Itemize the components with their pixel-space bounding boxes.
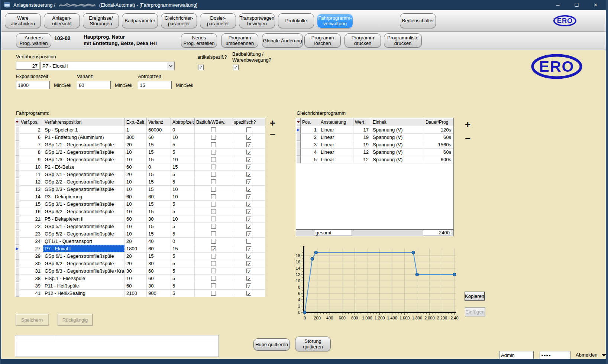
cell-verfpos[interactable]: 22 [19,223,43,230]
cell-einheit[interactable]: Spannung (V) [371,149,424,156]
cell-expzeit[interactable]: 10 [125,178,147,186]
row-selector[interactable] [15,253,19,260]
cell-abtropfzeit[interactable]: 0 [171,126,195,134]
bedienschalter-button[interactable]: Bedienschalter [400,13,436,28]
close-button[interactable]: ✕ [594,2,598,8]
fahrprogramm-row[interactable]: 29 GSp 6/1 - Gegenstromfließspüle 20 15 … [15,253,265,260]
programm-drucken-button[interactable]: Programm drucken [345,33,381,48]
minimize-button[interactable]: ─ [556,2,559,8]
badluft-checkbox[interactable] [211,231,216,236]
cell-abtropfzeit[interactable]: 5 [171,201,195,208]
cell-name[interactable]: P12 - Heiß-Sealing [43,290,125,297]
maximize-button[interactable]: ☐ [574,2,579,8]
cell-einheit[interactable]: Spannung (V) [371,134,424,141]
badluft-checkbox[interactable] [211,246,216,251]
badluft-checkbox[interactable] [211,217,216,221]
cell-abtropfzeit[interactable]: 5 [171,275,195,282]
cell-abtropfzeit[interactable]: 15 [171,163,195,171]
badluft-checkbox[interactable] [211,261,216,266]
cell-varianz[interactable]: 15 [147,171,171,178]
cell-abtropfzeit[interactable]: 5 [171,267,195,275]
cell-expzeit[interactable]: 30 [125,267,147,275]
row-selector[interactable] [15,126,19,134]
spezifisch-checkbox[interactable] [246,209,251,214]
spezifisch-checkbox[interactable] [246,127,251,132]
fahrprogramm-row[interactable]: 41 P12 - Heiß-Sealing 2100 900 5 [15,290,265,297]
cell-varianz[interactable]: 30 [147,260,171,267]
cell-name[interactable]: GSp 1/2 - Gegenstromfließspüle [43,149,125,156]
cell-abtropfzeit[interactable]: 5 [171,290,195,297]
spezifisch-checkbox[interactable] [246,269,251,273]
spezifisch-checkbox[interactable] [246,276,251,281]
cell-varianz[interactable]: 60 [147,267,171,275]
cell-pos[interactable]: 3 [301,141,319,149]
cell-expzeit[interactable]: 10 [125,230,147,238]
cell-expzeit[interactable]: 20 [125,141,147,149]
cell-varianz[interactable]: 15 [147,253,171,260]
spezifisch-checkbox[interactable] [246,142,251,147]
cell-abtropfzeit[interactable]: 5 [171,208,195,215]
gleichrichter-row[interactable]: 1 Linear 17 Spannung (V) 120s [296,126,453,134]
cell-expzeit[interactable]: 10 [125,223,147,230]
cell-ansteuerung[interactable]: Linear [319,126,353,134]
cell-expzeit[interactable]: 20 [125,260,147,267]
cell-verfpos[interactable]: 29 [19,253,43,260]
cell-varianz[interactable]: 60 [147,275,171,282]
cell-dauer[interactable]: 1560s [424,141,453,149]
einfuegen-button[interactable]: Einfügen [465,307,485,316]
cell-varianz[interactable]: 30 [147,282,171,290]
cell-einheit[interactable]: Spannung (V) [371,126,424,134]
cell-verfpos[interactable]: 8 [19,149,43,156]
cell-abtropfzeit[interactable]: 5 [171,223,195,230]
cell-name[interactable]: GSp 1/1 - Gegenstromfließspüle [43,141,125,149]
artikelspezif-checkbox[interactable] [198,65,204,70]
fahrprogramm-row[interactable]: 12 GSp 2/2 - Gegenstromfließspüle 10 15 … [15,178,265,186]
cell-name[interactable]: GSp 1/3 - Gegenstromfließspüle [43,156,125,163]
cell-wert[interactable]: 19 [353,141,371,149]
cell-ansteuerung[interactable]: Linear [319,141,353,149]
cell-verfpos[interactable]: 14 [19,193,43,201]
cell-varianz[interactable]: 0 [147,163,171,171]
row-selector[interactable] [15,267,19,275]
cell-expzeit[interactable]: 60 [125,282,147,290]
cell-name[interactable]: GSp 5/2 - Gegenstromfließspüle [43,230,125,238]
toolbar-button[interactable]: Transportwagen bewegen [239,13,275,28]
row-selector[interactable] [15,141,19,149]
spezifisch-checkbox[interactable] [246,150,251,155]
cell-wert[interactable]: 12 [353,156,371,163]
row-selector[interactable] [15,290,19,297]
gleichrichter-row[interactable]: 2 Linear 19 Spannung (V) 60s [296,134,453,141]
spezifisch-checkbox[interactable] [246,179,251,184]
badbelueftung-checkbox[interactable] [233,65,239,70]
programmliste-drucken-button[interactable]: Programmliste drucken [384,33,422,48]
fahrprogramm-row[interactable]: 2 Sp - Speicher 1 1 60000 0 [15,126,265,134]
spezifisch-checkbox[interactable] [246,239,251,244]
fahrprogramm-row[interactable]: 9 GSp 1/3 - Gegenstromfließspüle 10 15 1… [15,156,265,163]
row-selector[interactable] [296,156,301,163]
cell-varianz[interactable]: 15 [147,141,171,149]
cell-pos[interactable]: 5 [301,156,319,163]
spezifisch-checkbox[interactable] [246,157,251,162]
cell-ansteuerung[interactable]: Linear [319,156,353,163]
cell-name[interactable]: FlSp 1 - Fließspüle [43,275,125,282]
cell-abtropfzeit[interactable]: 5 [171,178,195,186]
cell-varianz[interactable]: 60 [147,245,171,253]
badluft-checkbox[interactable] [211,224,216,229]
cell-expzeit[interactable]: 20 [125,171,147,178]
cell-pos[interactable]: 1 [301,126,319,134]
fahrprogramm-row[interactable]: 8 GSp 1/2 - Gegenstromfließspüle 10 15 5 [15,149,265,156]
spezifisch-checkbox[interactable] [246,261,251,266]
fahrprogramm-row[interactable]: 39 P11 - Heißspüle 60 30 5 [15,282,265,290]
verfahrensposition-nr-input[interactable] [16,62,39,70]
fahrprogramm-row[interactable]: 13 GSp 2/3 - Gegenstromfließspüle 10 15 … [15,186,265,193]
badluft-checkbox[interactable] [211,127,216,132]
cell-name[interactable]: GSp 2/1 - Gegenstromfließspüle [43,171,125,178]
cell-verfpos[interactable]: 6 [19,134,43,141]
cell-expzeit[interactable]: 300 [125,134,147,141]
badluft-checkbox[interactable] [211,187,216,192]
cell-einheit[interactable]: Spannung (V) [371,156,424,163]
fahrprogramm-row[interactable]: 7 GSp 1/1 - Gegenstromfließspüle 20 15 5 [15,141,265,149]
password-input[interactable] [540,351,570,359]
cell-dauer[interactable]: 600s [424,156,453,163]
cell-expzeit[interactable]: 1 [125,126,147,134]
